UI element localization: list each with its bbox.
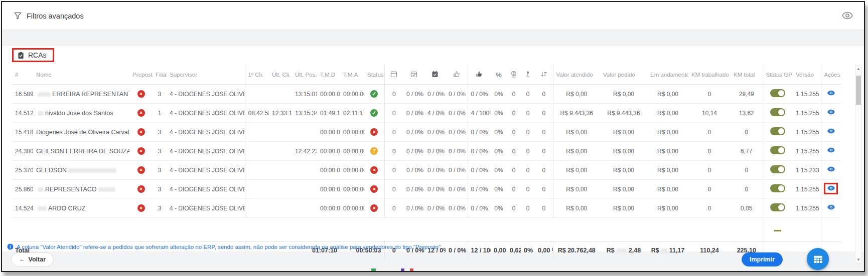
- view-action-button[interactable]: [826, 166, 835, 173]
- km-total-value: 0: [731, 161, 763, 180]
- metric-value: 0: [521, 161, 535, 180]
- view-action-button[interactable]: [826, 147, 835, 154]
- redaction-blur: [38, 92, 51, 97]
- metric-value: 0%: [491, 85, 507, 104]
- metric-value: 0: [535, 142, 553, 161]
- rca-number: 14.512: [12, 104, 33, 123]
- valor-pedido-value: R$ 0,00: [600, 123, 647, 142]
- metric-value: 0 / 0%: [403, 104, 424, 123]
- tmd-time: 00:00:00: [317, 180, 340, 199]
- info-icon: [7, 243, 14, 250]
- km-trabalhado-value: 0: [688, 161, 731, 180]
- vertical-scrollbar[interactable]: ▲ ▼: [855, 65, 862, 263]
- filial-value: 3: [153, 85, 167, 104]
- valor-atendido-value: R$ 0,00: [553, 161, 600, 180]
- tma-time: 02:11:17: [340, 104, 364, 123]
- table-row: 16.589ERREIRA REPRESENTANTE COMERC×34 - …: [12, 85, 841, 104]
- metric-value: 0 / 0%: [468, 142, 491, 161]
- artifact-dot-green: [371, 268, 376, 271]
- view-action-button[interactable]: [826, 128, 835, 135]
- table-row: 14.524ARDO CRUZ×34 - DIOGENES JOSE OLIVE…: [12, 199, 841, 218]
- table-row: 25.860REPRESENTACO×34 - DIOGENES JOSE OL…: [12, 180, 841, 199]
- advanced-filters-bar[interactable]: Filtros avançados: [2, 2, 864, 30]
- km-total-value: 0,05: [731, 199, 763, 218]
- gps-toggle[interactable]: [770, 108, 785, 116]
- col-km-total: KM total: [731, 65, 763, 85]
- rca-name: ARDO CRUZ: [33, 199, 129, 218]
- col-versao: Versão: [793, 65, 821, 85]
- total-metric-value: 0,62: [507, 241, 521, 260]
- filial-value: 3: [153, 161, 167, 180]
- rca-name: GEILSON FERREIRA DE SOUZA: [33, 142, 129, 161]
- ultima-posicao-time: [292, 161, 317, 180]
- gps-toggle[interactable]: [770, 165, 785, 173]
- supervisor-name: 4 - DIOGENES JOSE OLIVEIRA CARVALHO: [167, 142, 245, 161]
- gps-toggle[interactable]: [770, 89, 785, 97]
- view-action-button-annotated[interactable]: [826, 185, 835, 192]
- col-valor-pedido: Valor pedido: [600, 65, 647, 85]
- metric-value: 0 / 0%: [468, 161, 491, 180]
- visibility-eye-icon[interactable]: [842, 12, 853, 20]
- preposto-no-icon: ×: [137, 147, 145, 155]
- metric-value: 0 / 0%: [468, 85, 491, 104]
- ultima-posicao-time: 12:42:23: [292, 142, 317, 161]
- artifact-dot-purple: [401, 268, 404, 271]
- primeiro-cliente-time: [245, 161, 269, 180]
- view-action-button[interactable]: [826, 90, 835, 97]
- col-nome: Nome: [33, 65, 129, 85]
- table-header-row: # Nome Preposto Filial Supervisor 1º Cli…: [12, 65, 841, 85]
- col-tma: T.M.A: [340, 65, 364, 85]
- supervisor-name: 4 - DIOGENES JOSE OLIVEIRA CARVALHO: [167, 123, 245, 142]
- total-metric-value: 0,00: [491, 241, 507, 260]
- view-action-button[interactable]: [826, 204, 835, 211]
- km-total-value: 6,77: [731, 142, 763, 161]
- metric-value: 0: [521, 123, 535, 142]
- metric-value: 0 / 0%: [446, 142, 468, 161]
- total-metric-value: 0 / 0%: [446, 241, 468, 260]
- table-row: 14.512nivaldo Jose dos Santos×14 - DIOGE…: [12, 104, 841, 123]
- rca-number: 25.370: [12, 161, 33, 180]
- metric-value: 0: [521, 85, 535, 104]
- col-em-andamento: Em andamento: [647, 65, 688, 85]
- metric-value: 0: [507, 180, 521, 199]
- km-total-value: 0: [731, 180, 763, 199]
- scroll-down-icon[interactable]: ▼: [855, 257, 861, 262]
- primeiro-cliente-time: [245, 142, 269, 161]
- gps-toggle[interactable]: [770, 146, 785, 154]
- tmd-time: 00:00:00: [317, 85, 340, 104]
- redaction-blur: [38, 111, 44, 116]
- scroll-up-icon[interactable]: ▲: [855, 67, 861, 71]
- metric-value: 0%: [491, 180, 507, 199]
- gps-toggle[interactable]: [770, 203, 785, 211]
- voltar-button[interactable]: ← Voltar: [11, 252, 54, 266]
- metric-value: 0 / 0%: [446, 180, 468, 199]
- redaction-blur: [38, 206, 47, 211]
- ultima-posicao-time: [292, 180, 317, 199]
- valor-pedido-value: R$ 0,00: [600, 85, 647, 104]
- status-offline-icon: ×: [370, 128, 378, 136]
- metric-value: 0: [384, 161, 403, 180]
- gps-toggle[interactable]: [770, 184, 785, 192]
- tma-time: 00:00:00: [340, 123, 364, 142]
- table-view-fab[interactable]: [807, 248, 829, 270]
- imprimir-button[interactable]: Imprimir: [742, 252, 783, 266]
- scrollbar-thumb[interactable]: [856, 76, 861, 105]
- rca-number: 25.860: [12, 180, 33, 199]
- metric-value: 0 / 0%: [446, 123, 468, 142]
- back-arrow-icon: ←: [19, 256, 26, 263]
- dash-artifact: [774, 230, 781, 231]
- valor-pedido-value: R$ 0,00: [600, 199, 647, 218]
- col-filial: Filial: [153, 65, 167, 85]
- status-offline-icon: ×: [370, 204, 378, 212]
- gps-toggle[interactable]: [770, 127, 785, 135]
- em-andamento-value: R$ 0,00: [647, 104, 688, 123]
- metric-value: 0%: [491, 142, 507, 161]
- app-window: Filtros avançados RCAs: [1, 1, 865, 272]
- metric-value: 0: [521, 142, 535, 161]
- metric-value: 0%: [491, 199, 507, 218]
- view-action-button[interactable]: [826, 109, 835, 116]
- rca-number: 24.380: [12, 142, 33, 161]
- metric-value: 0 / 0%: [424, 161, 446, 180]
- clipboard-icon: [18, 52, 24, 59]
- rca-name: GLEDSON: [33, 161, 129, 180]
